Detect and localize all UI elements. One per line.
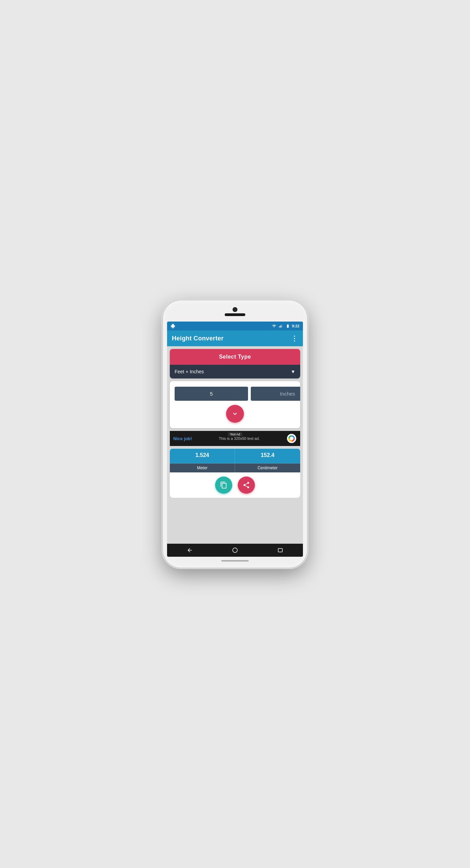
app-bar: Height Converter ⋮ <box>167 330 303 346</box>
type-dropdown[interactable]: Feet + Inches ▼ <box>170 365 300 378</box>
value-input[interactable]: 5 <box>175 387 248 401</box>
back-icon <box>187 547 193 553</box>
nav-bar <box>167 544 303 557</box>
share-button[interactable] <box>238 477 255 494</box>
ad-text: This is a 320x50 test ad. <box>219 436 260 441</box>
svg-rect-6 <box>278 548 282 552</box>
home-button[interactable] <box>232 547 238 553</box>
select-type-header: Select Type <box>170 349 300 365</box>
svg-point-4 <box>287 434 296 443</box>
phone-screen: 9:22 Height Converter ⋮ Select Type Feet… <box>167 322 303 557</box>
meter-unit-label: Meter <box>170 463 235 472</box>
status-bar: 9:22 <box>167 322 303 330</box>
select-type-label: Select Type <box>219 354 251 360</box>
share-icon <box>243 481 250 489</box>
unit-input[interactable] <box>251 387 300 401</box>
status-right: 9:22 <box>271 324 299 328</box>
select-type-card: Select Type Feet + Inches ▼ <box>170 349 300 378</box>
input-card: 5 <box>170 381 300 428</box>
overflow-menu-button[interactable]: ⋮ <box>291 335 298 342</box>
phone-device: 9:22 Height Converter ⋮ Select Type Feet… <box>163 300 307 568</box>
dropdown-selected-value: Feet + Inches <box>175 369 204 374</box>
main-content: Select Type Feet + Inches ▼ 5 <box>167 346 303 544</box>
signal-icon <box>278 324 284 328</box>
results-grid: 1.524 152.4 <box>170 449 300 463</box>
cm-result-cell: 152.4 <box>235 449 300 463</box>
meter-result-cell: 1.524 <box>170 449 235 463</box>
svg-rect-2 <box>281 325 281 328</box>
svg-rect-1 <box>280 326 281 328</box>
input-row: 5 <box>175 387 295 401</box>
home-indicator <box>221 560 249 562</box>
camera-cutout <box>233 307 237 312</box>
results-card: 1.524 152.4 Meter Centimeter <box>170 449 300 498</box>
cm-value: 152.4 <box>261 452 274 458</box>
speaker-cutout <box>225 313 245 316</box>
result-label-row: Meter Centimeter <box>170 463 300 472</box>
dropdown-arrow-icon: ▼ <box>291 369 295 374</box>
recents-button[interactable] <box>277 547 283 553</box>
battery-icon <box>285 324 291 328</box>
copy-icon <box>220 481 227 489</box>
copy-button[interactable] <box>215 477 232 494</box>
ad-logo-icon <box>286 433 297 444</box>
home-icon <box>232 547 238 553</box>
cm-unit-label: Centimeter <box>235 463 300 472</box>
recents-icon <box>277 547 283 553</box>
meter-value: 1.524 <box>195 452 209 458</box>
action-row <box>170 472 300 498</box>
back-button[interactable] <box>187 547 193 553</box>
svg-point-5 <box>233 548 237 553</box>
ad-banner: Test Ad Nice job! This is a 320x50 test … <box>170 431 300 446</box>
chevron-down-icon <box>231 410 239 418</box>
status-left <box>171 324 175 328</box>
ad-nice-job: Nice job! <box>173 436 192 441</box>
ad-label: Test Ad <box>228 432 242 436</box>
svg-rect-0 <box>279 326 280 328</box>
wifi-icon <box>271 324 277 328</box>
android-icon <box>171 324 175 328</box>
convert-button[interactable] <box>226 405 244 423</box>
phone-bottom <box>167 558 303 564</box>
svg-rect-3 <box>282 325 282 328</box>
input-card-inner: 5 <box>170 381 300 428</box>
time-display: 9:22 <box>292 324 299 328</box>
app-title: Height Converter <box>172 335 224 342</box>
